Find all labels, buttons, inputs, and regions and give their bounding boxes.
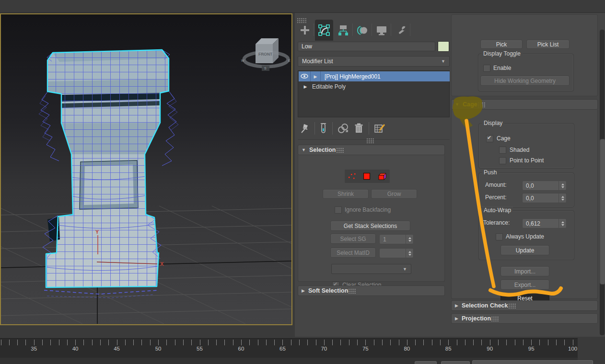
amount-label: Amount: xyxy=(485,182,507,188)
modifier-list-dropdown[interactable]: Modifier List ▼ xyxy=(298,56,450,67)
select-matid-button[interactable]: Select MatID xyxy=(330,248,376,258)
rollout-header-selection[interactable]: ▼ Selection xyxy=(298,145,445,155)
rollout-header-projection[interactable]: ▶ Projection xyxy=(451,313,598,324)
timeline-tick xyxy=(515,340,515,345)
timeline-tick xyxy=(158,340,159,345)
stack-row-editable-poly[interactable]: ▶ Editable Poly xyxy=(299,81,450,91)
point-to-point-checkbox[interactable] xyxy=(499,157,506,164)
spinner-arrows[interactable] xyxy=(558,181,566,190)
tab-modify[interactable] xyxy=(315,20,333,41)
cutoff-control[interactable] xyxy=(441,361,470,364)
configure-modifier-sets-icon[interactable] xyxy=(373,122,387,135)
ignore-backfacing-checkbox[interactable] xyxy=(335,206,342,214)
viewport[interactable]: X Y W E S FRONT xyxy=(0,13,292,325)
tolerance-spinner[interactable]: 0,612 xyxy=(522,218,567,228)
spinner-arrows[interactable] xyxy=(406,249,413,258)
shaded-checkbox[interactable] xyxy=(499,147,506,154)
update-button[interactable]: Update xyxy=(500,245,549,255)
timeline-tick xyxy=(340,340,341,345)
rollout-header-cage[interactable]: ▼ Cage xyxy=(451,99,598,110)
make-unique-icon[interactable] xyxy=(337,122,349,135)
visibility-eye-icon[interactable] xyxy=(299,73,310,80)
expand-arrow-icon[interactable]: ▶ xyxy=(311,74,320,79)
remove-modifier-icon[interactable] xyxy=(354,122,364,135)
cage-display-group-label: Display xyxy=(482,120,504,126)
cutoff-control[interactable] xyxy=(415,361,437,364)
timeline-tick xyxy=(100,340,101,345)
expand-arrow-icon[interactable]: ▶ xyxy=(299,84,312,89)
sg-spinner[interactable]: 1 xyxy=(379,234,414,244)
toolbar-separator xyxy=(332,122,333,135)
element-subobject-icon[interactable] xyxy=(377,171,387,181)
timeline-tick xyxy=(125,340,126,345)
timeline-tick xyxy=(498,340,499,345)
timeline-tick xyxy=(291,340,291,345)
named-selection-dropdown[interactable]: ▼ xyxy=(331,264,411,274)
timeline-tick xyxy=(357,340,358,345)
cage-checkbox[interactable] xyxy=(486,135,493,142)
cutoff-control[interactable] xyxy=(472,360,593,364)
ignore-backfacing-label: Ignore Backfacing xyxy=(345,206,391,213)
spinner-arrows[interactable] xyxy=(558,193,566,203)
compass-south: S xyxy=(264,67,267,70)
matid-spinner[interactable] xyxy=(379,248,414,258)
command-panel: Low Modifier List ▼ ▶ [Proj] HighMerged0… xyxy=(295,13,605,337)
export-button[interactable]: Export... xyxy=(500,280,549,290)
percent-spinner[interactable]: 0,0 xyxy=(522,193,567,203)
pick-button[interactable]: Pick xyxy=(480,40,523,49)
object-name: Low xyxy=(302,43,312,50)
stack-toolbar xyxy=(298,120,450,136)
tab-separator xyxy=(372,23,372,36)
rollout-grip[interactable] xyxy=(491,316,499,321)
rollout-grip[interactable] xyxy=(336,148,344,153)
tab-motion[interactable] xyxy=(353,20,372,41)
stack-resize-handle[interactable] xyxy=(366,138,374,143)
shrink-button[interactable]: Shrink xyxy=(323,189,369,199)
point-to-point-label: Point to Point xyxy=(510,157,544,164)
face-subobject-icon[interactable] xyxy=(362,171,372,181)
always-update-label: Always Update xyxy=(506,233,544,240)
timeline-tick xyxy=(216,340,217,345)
timeline-tick xyxy=(9,340,10,345)
cell-separator xyxy=(320,71,321,81)
get-stack-selections-button[interactable]: Get Stack Selections xyxy=(330,221,410,231)
tab-hierarchy[interactable] xyxy=(334,20,352,41)
rollout-grip[interactable] xyxy=(508,303,516,308)
rollout-open-icon: ▼ xyxy=(455,102,459,107)
object-color-swatch[interactable] xyxy=(438,41,449,52)
timeline-tick xyxy=(390,340,391,345)
rollout-grip[interactable] xyxy=(477,102,486,107)
rollout-header-selection-check[interactable]: ▶ Selection Check xyxy=(451,300,598,311)
rollout-closed-icon: ▶ xyxy=(302,288,305,293)
tab-display[interactable] xyxy=(372,20,391,41)
import-button[interactable]: Import... xyxy=(500,266,549,276)
always-update-checkbox[interactable] xyxy=(496,233,503,240)
tab-utilities[interactable] xyxy=(392,20,410,41)
rollout-grip[interactable] xyxy=(348,288,356,294)
grow-button[interactable]: Grow xyxy=(371,189,417,199)
panel-scrollbar-thumb[interactable] xyxy=(600,139,605,284)
viewport-3d-view[interactable]: X Y W E S FRONT xyxy=(1,14,291,324)
show-end-result-icon[interactable] xyxy=(319,122,328,135)
timeline-tick xyxy=(316,340,316,345)
select-sg-button[interactable]: Select SG xyxy=(330,234,376,244)
spinner-arrows[interactable] xyxy=(406,235,413,244)
tab-separator xyxy=(391,23,391,36)
pin-stack-icon[interactable] xyxy=(300,122,310,135)
panel-scrollbar[interactable] xyxy=(600,30,605,335)
pick-list-button[interactable]: Pick List xyxy=(526,40,570,49)
object-name-field[interactable]: Low xyxy=(298,42,435,51)
amount-spinner[interactable]: 0,0 xyxy=(522,181,567,191)
rollout-header-soft-selection[interactable]: ▶ Soft Selection xyxy=(298,285,445,296)
display-toggle-label: Display Toggle xyxy=(481,50,523,57)
spinner-arrows[interactable] xyxy=(558,219,566,228)
tab-create[interactable] xyxy=(296,20,314,41)
timeline-ruler[interactable]: 35404550556065707580859095100 xyxy=(0,338,578,358)
timeline-tick xyxy=(440,340,441,345)
stack-row-projection[interactable]: ▶ [Proj] HighMerged001 xyxy=(299,71,450,81)
timeline-tick xyxy=(407,340,407,345)
vertex-subobject-icon[interactable] xyxy=(347,171,357,181)
timeline-tick xyxy=(332,340,333,345)
enable-checkbox[interactable] xyxy=(483,65,490,72)
hide-working-geometry-button[interactable]: Hide Working Geometry xyxy=(480,76,570,86)
